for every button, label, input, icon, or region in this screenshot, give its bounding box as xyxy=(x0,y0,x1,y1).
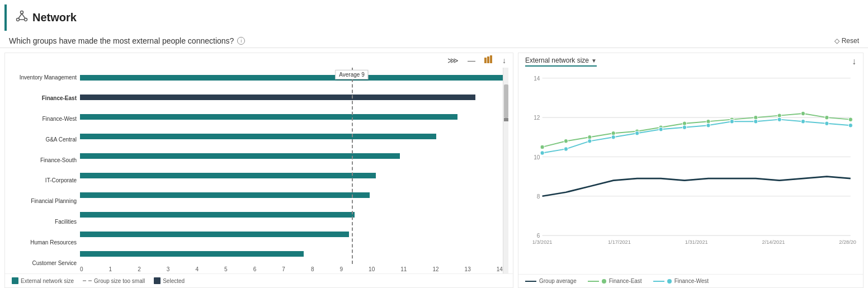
svg-text:12: 12 xyxy=(534,114,540,121)
svg-point-0 xyxy=(21,11,23,14)
bar-label: G&A Central xyxy=(7,137,77,143)
bar xyxy=(80,95,475,100)
svg-point-36 xyxy=(825,115,829,120)
svg-point-34 xyxy=(777,114,781,118)
bar-row[interactable] xyxy=(80,191,503,200)
svg-text:1/17/2021: 1/17/2021 xyxy=(608,239,631,245)
bar-label: Finance-East xyxy=(7,96,77,101)
bar xyxy=(80,212,355,218)
svg-point-43 xyxy=(659,127,663,131)
x-axis-label: 4 xyxy=(195,266,199,272)
svg-point-31 xyxy=(706,119,710,124)
legend-swatch xyxy=(83,280,92,281)
x-axis-label: 1 xyxy=(109,266,112,272)
x-axis-label: 13 xyxy=(465,266,471,272)
right-panel: External network size ▼ ↓ 681012141/3/20… xyxy=(518,53,864,288)
right-legend-label: Finance-West xyxy=(674,278,709,284)
bar-label: Finance-West xyxy=(7,116,77,122)
bar-row[interactable] xyxy=(80,230,503,239)
page-container: Network Which groups have made the most … xyxy=(0,0,868,288)
bar-label: Human Resources xyxy=(7,240,77,245)
download-bar-icon[interactable]: ↓ xyxy=(502,56,506,65)
x-axis-label: 11 xyxy=(400,266,407,272)
svg-text:8: 8 xyxy=(537,193,540,200)
svg-point-46 xyxy=(730,119,734,124)
metric-dropdown[interactable]: External network size ▼ xyxy=(525,56,597,67)
svg-point-2 xyxy=(25,18,27,21)
x-axis-label: 7 xyxy=(282,266,285,272)
svg-rect-8 xyxy=(490,55,492,63)
bar-row[interactable] xyxy=(80,93,503,102)
x-axis-label: 12 xyxy=(432,266,438,272)
x-axis-label: 9 xyxy=(339,266,343,272)
legend-label: External network size xyxy=(21,278,74,284)
minus-icon[interactable]: — xyxy=(468,56,475,65)
x-axis-label: 8 xyxy=(311,266,314,272)
right-legend-line xyxy=(653,281,664,282)
svg-line-4 xyxy=(22,14,25,18)
bar-row[interactable] xyxy=(80,152,503,160)
x-axis-label: 5 xyxy=(224,266,228,272)
bar-row[interactable] xyxy=(80,171,503,180)
svg-point-38 xyxy=(540,151,544,155)
chart-toolbar: ⋙ — ↓ xyxy=(5,53,513,68)
svg-point-25 xyxy=(564,139,568,144)
legend-item: External network size xyxy=(12,277,74,284)
network-icon xyxy=(16,10,28,25)
svg-point-39 xyxy=(564,147,568,152)
right-legend-dot xyxy=(602,279,606,284)
bar-label: Financial Planning xyxy=(7,199,77,204)
svg-point-51 xyxy=(848,123,852,128)
bar-row[interactable] xyxy=(80,249,503,258)
legend-item: Selected xyxy=(154,277,185,284)
bar-row[interactable] xyxy=(80,210,503,219)
bar xyxy=(80,153,400,159)
bar-chart-icon[interactable] xyxy=(484,55,493,65)
content-area: ⋙ — ↓ Inventory ManagementFinance-EastFi… xyxy=(0,48,868,288)
bar xyxy=(80,251,304,257)
bar xyxy=(80,232,349,237)
x-axis-label: 0 xyxy=(80,266,83,272)
bar-label: Inventory Management xyxy=(7,75,77,81)
svg-point-37 xyxy=(848,117,852,122)
bar-row[interactable] xyxy=(80,73,503,82)
svg-point-26 xyxy=(588,135,592,140)
svg-point-40 xyxy=(588,139,592,144)
svg-text:14: 14 xyxy=(534,75,540,82)
right-toolbar: External network size ▼ ↓ xyxy=(518,53,863,70)
x-axis: 01234567891011121314 xyxy=(80,265,503,273)
scrollbar[interactable] xyxy=(503,68,508,273)
left-panel: ⋙ — ↓ Inventory ManagementFinance-EastFi… xyxy=(4,53,513,288)
svg-point-30 xyxy=(682,121,686,126)
bar-row[interactable] xyxy=(80,132,503,141)
legend-item: Group size too small xyxy=(83,278,145,284)
svg-point-45 xyxy=(706,123,710,128)
collapse-icon[interactable]: ⋙ xyxy=(447,56,459,65)
info-icon[interactable]: i xyxy=(237,37,245,45)
bar-label: Facilities xyxy=(7,219,77,225)
bar xyxy=(80,114,457,120)
svg-point-49 xyxy=(801,119,805,124)
page-title: Network xyxy=(32,11,77,24)
bar xyxy=(80,173,376,178)
right-legend-item: Group average xyxy=(525,278,577,284)
svg-text:6: 6 xyxy=(537,232,540,239)
legend-swatch xyxy=(12,277,18,284)
reset-button[interactable]: ◇ Reset xyxy=(834,37,859,45)
bar-row[interactable] xyxy=(80,112,503,121)
legend: External network sizeGroup size too smal… xyxy=(5,273,513,287)
svg-point-44 xyxy=(682,125,686,130)
right-legend: Group averageFinance-EastFinance-West xyxy=(518,274,863,287)
svg-point-50 xyxy=(825,121,829,126)
right-legend-line xyxy=(588,281,599,282)
svg-text:10: 10 xyxy=(534,153,540,160)
bars-inner: Average 9 xyxy=(80,68,503,264)
bar xyxy=(80,192,370,198)
bar-chart-area: Inventory ManagementFinance-EastFinance-… xyxy=(5,68,513,273)
x-axis-label: 3 xyxy=(167,266,170,272)
download-right-icon[interactable]: ↓ xyxy=(852,56,856,67)
line-chart-area: 681012141/3/20211/17/20211/31/20212/14/2… xyxy=(518,70,863,274)
legend-label: Selected xyxy=(163,278,185,284)
bar-label: IT-Corporate xyxy=(7,178,77,183)
right-legend-dot xyxy=(667,279,672,284)
